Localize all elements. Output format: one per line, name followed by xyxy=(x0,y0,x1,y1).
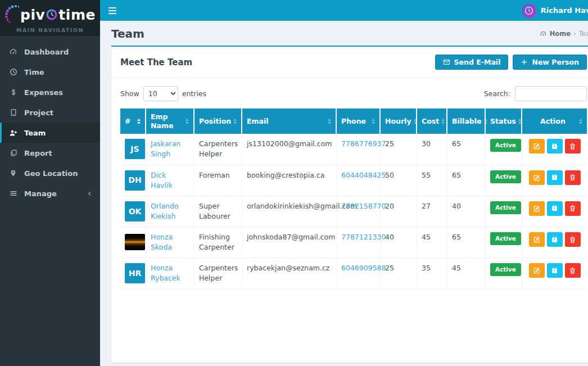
employee-name-link[interactable]: Orlando Kiekish xyxy=(151,202,179,220)
dollar-icon xyxy=(8,88,18,96)
column-header-email[interactable]: Email xyxy=(242,109,337,134)
employee-initials-avatar[interactable]: DH xyxy=(125,170,145,191)
employee-photo[interactable] xyxy=(125,234,145,250)
hamburger-menu-icon[interactable] xyxy=(100,0,125,21)
delete-button[interactable] xyxy=(565,232,581,247)
sidebar-item-label: Team xyxy=(24,129,46,137)
employee-name-link[interactable]: Honza Rybacek xyxy=(151,264,180,282)
employee-billable: 65 xyxy=(452,139,461,148)
column-header-phone[interactable]: Phone xyxy=(337,109,381,134)
breadcrumb: Home › Team xyxy=(540,30,588,38)
logo-area[interactable]: piv time MAIN NAVIGATION xyxy=(0,0,100,36)
column-header-action[interactable]: Action xyxy=(522,109,587,134)
row-actions xyxy=(527,232,582,247)
column-header-label: Hourly xyxy=(385,117,411,126)
sidebar-item-expenses[interactable]: Expenses xyxy=(0,82,100,102)
edit-button[interactable] xyxy=(529,139,545,153)
sidebar-item-manage[interactable]: Manage xyxy=(0,183,100,204)
edit-button[interactable] xyxy=(529,232,545,247)
delete-button[interactable] xyxy=(565,263,581,278)
edit-button[interactable] xyxy=(529,263,545,278)
edit-button[interactable] xyxy=(529,201,545,216)
column-header-status[interactable]: Status xyxy=(486,109,522,134)
employee-phone-link[interactable]: 7782158770 xyxy=(341,202,386,210)
row-actions xyxy=(527,139,582,153)
sort-icon[interactable] xyxy=(414,119,417,124)
employee-name-link[interactable]: Honza Skoda xyxy=(151,233,173,251)
calendar-button[interactable] xyxy=(547,201,563,216)
column-header-label: Phone xyxy=(341,117,366,126)
status-badge: Active xyxy=(490,170,521,183)
main-navigation-label: MAIN NAVIGATION xyxy=(16,27,84,33)
employee-phone-link[interactable]: 7787121330 xyxy=(341,233,386,241)
table-body: JS Jaskaran Singh Carpenters Helper js13… xyxy=(120,134,587,289)
employee-initials-avatar[interactable]: OK xyxy=(125,201,145,222)
logo-text-left: piv xyxy=(20,7,45,23)
calendar-button[interactable] xyxy=(547,139,563,153)
employee-position: Foreman xyxy=(199,171,230,179)
clock-icon xyxy=(8,68,18,76)
breadcrumb-home-link[interactable]: Home xyxy=(550,30,571,38)
column-header-billable[interactable]: Billable xyxy=(447,109,486,134)
logo-clock-icon xyxy=(46,8,58,21)
search-input[interactable] xyxy=(515,86,587,101)
delete-button[interactable] xyxy=(565,139,581,153)
new-person-button[interactable]: New Person xyxy=(513,55,587,70)
card-title: Meet The Team xyxy=(120,57,192,67)
sort-icon[interactable] xyxy=(579,119,582,124)
sidebar-item-project[interactable]: Project xyxy=(0,102,100,123)
sidebar-item-label: Report xyxy=(24,149,52,157)
employee-phone-link[interactable]: 7786776937 xyxy=(341,139,386,148)
page-size-select[interactable]: 10 xyxy=(143,86,178,101)
employee-position: Carpenters Helper xyxy=(199,139,238,158)
search-box: Search: xyxy=(484,86,587,101)
sort-icon[interactable] xyxy=(186,119,189,124)
sort-icon[interactable] xyxy=(328,119,331,124)
calendar-button[interactable] xyxy=(547,263,563,278)
send-email-button[interactable]: Send E-Mail xyxy=(435,55,509,70)
employee-initials-avatar[interactable]: HR xyxy=(125,263,145,283)
table-row: OK Orlando Kiekish Super Labourer orland… xyxy=(120,196,587,227)
delete-button[interactable] xyxy=(565,170,581,185)
column-header-index[interactable]: # xyxy=(120,109,146,134)
sidebar-item-report[interactable]: Report xyxy=(0,143,100,163)
calendar-button[interactable] xyxy=(547,170,563,185)
tablet-icon xyxy=(8,109,18,116)
employee-name-link[interactable]: Dick Havlik xyxy=(151,171,173,189)
sort-icon[interactable] xyxy=(137,119,141,124)
column-header-emp-name[interactable]: Emp Name xyxy=(146,109,195,134)
employee-initials-avatar[interactable]: JS xyxy=(125,139,145,159)
show-label: Show xyxy=(120,89,139,98)
column-header-position[interactable]: Position xyxy=(195,109,242,134)
sidebar-item-geo-location[interactable]: Geo Location xyxy=(0,163,100,183)
sort-icon[interactable] xyxy=(484,119,487,124)
column-header-hourly[interactable]: Hourly xyxy=(381,109,417,134)
employee-position: Super Labourer xyxy=(199,202,230,220)
sidebar-item-time[interactable]: Time xyxy=(0,62,100,82)
user-avatar[interactable] xyxy=(522,3,536,18)
trash-icon xyxy=(569,267,576,274)
calendar-button[interactable] xyxy=(547,232,563,247)
employee-phone-link[interactable]: 6046909588 xyxy=(341,264,386,272)
sort-icon[interactable] xyxy=(441,119,445,124)
employee-phone-link[interactable]: 6044048425 xyxy=(341,171,386,179)
sidebar-item-team[interactable]: Team xyxy=(0,123,100,143)
edit-button[interactable] xyxy=(529,170,545,185)
user-menu[interactable]: Richard Havlik xyxy=(522,3,588,18)
employee-hourly: 25 xyxy=(385,264,394,272)
sort-icon[interactable] xyxy=(233,119,237,124)
sort-icon[interactable] xyxy=(518,119,522,124)
column-header-cost[interactable]: Cost xyxy=(417,109,447,134)
employee-hourly: 50 xyxy=(385,171,394,179)
column-header-label: Email xyxy=(247,117,269,126)
cell-avatar: DH xyxy=(120,165,146,196)
trash-icon xyxy=(569,174,576,181)
column-header-label: Status xyxy=(490,117,516,126)
employee-name-link[interactable]: Jaskaran Singh xyxy=(151,139,180,158)
sort-icon[interactable] xyxy=(372,119,375,124)
employee-position: Carpenters Helper xyxy=(199,264,238,282)
sidebar-item-dashboard[interactable]: Dashboard xyxy=(0,42,100,62)
employee-cost: 27 xyxy=(422,202,431,210)
employee-cost: 30 xyxy=(422,139,431,148)
delete-button[interactable] xyxy=(565,201,581,216)
